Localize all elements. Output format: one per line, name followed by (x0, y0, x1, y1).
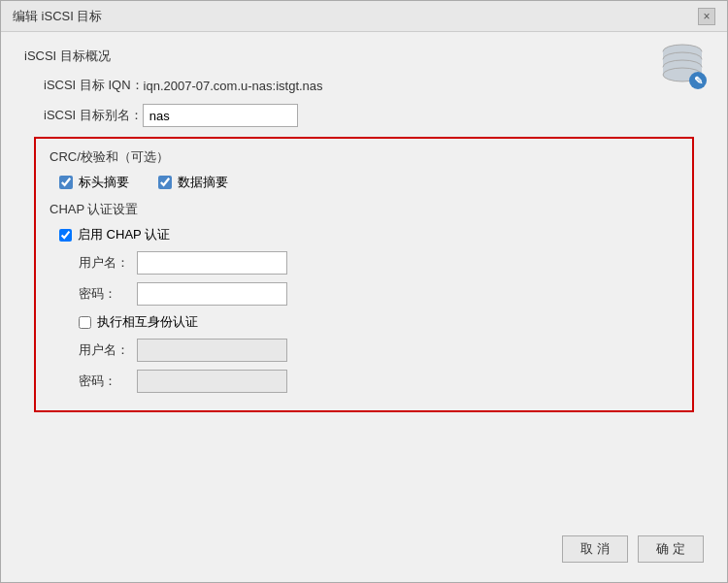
svg-text:✎: ✎ (694, 75, 703, 86)
dialog: 编辑 iSCSI 目标 × ✎ iSCSI 目标概况 iSCSI 目标 IQN：… (0, 0, 728, 583)
chap-username-input[interactable] (137, 251, 287, 275)
mutual-username-label: 用户名： (79, 341, 137, 359)
header-digest-checkbox[interactable] (59, 176, 73, 189)
chap-password-input[interactable] (137, 282, 287, 306)
footer: 取 消 确 定 (562, 535, 704, 563)
alias-input[interactable] (143, 104, 298, 127)
data-digest-item: 数据摘要 (158, 174, 228, 191)
iqn-label: iSCSI 目标 IQN： (44, 77, 144, 94)
title-bar: 编辑 iSCSI 目标 × (1, 1, 727, 32)
ok-button[interactable]: 确 定 (638, 535, 704, 563)
chap-enable-row: 启用 CHAP 认证 (50, 226, 678, 243)
crc-checkboxes: 标头摘要 数据摘要 (50, 174, 678, 191)
header-digest-label: 标头摘要 (79, 174, 129, 191)
dialog-title: 编辑 iSCSI 目标 (13, 8, 102, 25)
mutual-auth-label: 执行相互身份认证 (97, 313, 198, 331)
alias-label: iSCSI 目标别名： (44, 107, 143, 124)
iqn-row: iSCSI 目标 IQN： iqn.2007-07.com.u-nas:istg… (24, 77, 704, 94)
mutual-username-row: 用户名： (50, 339, 678, 362)
mutual-password-label: 密码： (79, 372, 137, 390)
mutual-password-row: 密码： (50, 370, 678, 393)
alias-row: iSCSI 目标别名： (24, 104, 704, 127)
db-icon-area: ✎ (657, 40, 708, 90)
chap-username-label: 用户名： (79, 254, 137, 272)
crc-title: CRC/校验和（可选） (50, 148, 678, 166)
overview-title: iSCSI 目标概况 (24, 48, 704, 65)
content-area: iSCSI 目标概况 iSCSI 目标 IQN： iqn.2007-07.com… (1, 32, 727, 437)
bordered-section: CRC/校验和（可选） 标头摘要 数据摘要 CHAP 认证设置 启用 CHAP … (34, 137, 694, 412)
chap-password-row: 密码： (50, 282, 678, 306)
mutual-auth-checkbox[interactable] (79, 316, 91, 329)
chap-enable-label: 启用 CHAP 认证 (78, 226, 170, 243)
chap-password-label: 密码： (79, 285, 137, 303)
mutual-username-input[interactable] (137, 339, 287, 362)
chap-enable-checkbox[interactable] (59, 229, 72, 242)
data-digest-checkbox[interactable] (158, 176, 172, 189)
mutual-auth-row: 执行相互身份认证 (50, 313, 678, 331)
data-digest-label: 数据摘要 (178, 174, 228, 191)
chap-username-row: 用户名： (50, 251, 678, 275)
close-button[interactable]: × (698, 8, 715, 25)
chap-title: CHAP 认证设置 (50, 201, 678, 218)
cancel-button[interactable]: 取 消 (562, 535, 628, 563)
iqn-value: iqn.2007-07.com.u-nas:istgt.nas (144, 79, 323, 93)
database-icon: ✎ (657, 40, 708, 90)
header-digest-item: 标头摘要 (59, 174, 129, 191)
mutual-password-input[interactable] (137, 370, 287, 393)
